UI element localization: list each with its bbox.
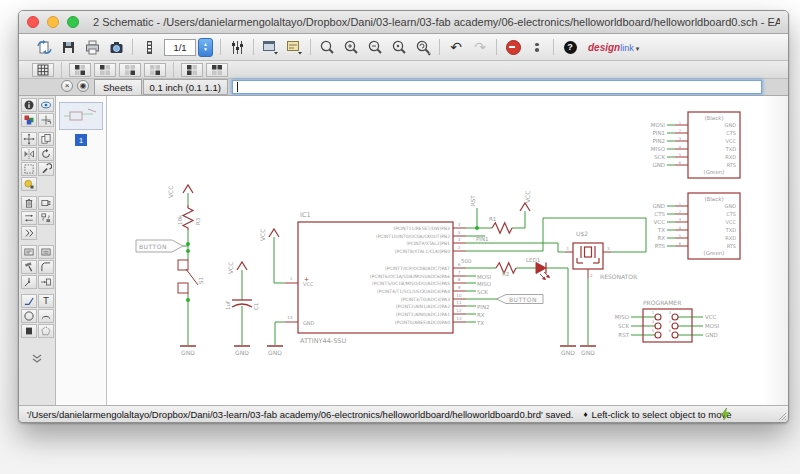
tool-wire-button[interactable] (21, 294, 37, 308)
print-button[interactable] (80, 36, 104, 58)
tool-pinswap-button[interactable] (21, 211, 37, 225)
undo-button[interactable]: ↶ (444, 36, 468, 58)
layer-settings-button[interactable] (225, 36, 249, 58)
net-label-sck[interactable]: SCK (477, 289, 488, 295)
tool-delete-button[interactable] (21, 196, 37, 210)
ftdi-net-label[interactable]: PIN1 (652, 130, 665, 136)
tool-copy-button[interactable] (38, 132, 54, 146)
ic1-value[interactable]: ATTINY44-SSU (300, 337, 346, 345)
net-label-rx[interactable]: RX (477, 312, 485, 318)
net-label-rst[interactable]: RST (470, 195, 476, 206)
net-label-pin2[interactable]: PIN2 (477, 304, 490, 310)
ftdi-net-label[interactable]: RTS (655, 243, 666, 249)
tool-text-button[interactable]: T (38, 294, 54, 308)
programmer-net-label[interactable]: VCC (705, 314, 717, 320)
stop-command-button[interactable] (501, 36, 525, 58)
programmer-pins[interactable] (655, 314, 678, 338)
ftdi-net-label[interactable]: TX (657, 227, 665, 233)
tool-arc-button[interactable] (38, 309, 54, 323)
ftdi-net-label[interactable]: PIN2 (652, 138, 665, 144)
layer-preset-4-button[interactable] (144, 63, 166, 77)
export-image-button[interactable] (104, 36, 128, 58)
panel-detach-button[interactable]: ◉ (77, 80, 89, 92)
ftdi-net-label[interactable]: GND (652, 162, 665, 168)
tool-mark-button[interactable] (38, 113, 54, 127)
panel-close-button[interactable]: × (61, 80, 73, 92)
tool-gateswap-button[interactable] (21, 226, 37, 240)
redo-button[interactable]: ↷ (468, 36, 492, 58)
open-file-button[interactable] (32, 36, 56, 58)
tool-move-button[interactable] (21, 132, 37, 146)
programmer-net-label[interactable]: MOSI (705, 323, 720, 329)
resonator-value[interactable]: RESONATOR (600, 273, 637, 280)
canvas-scroll-area[interactable] (762, 96, 788, 405)
sheet-selector[interactable]: 1/1 ▲▼ (164, 39, 213, 56)
tool-change-button[interactable] (38, 162, 54, 176)
sheet-number-badge[interactable]: 1 (75, 134, 87, 146)
save-button[interactable] (56, 36, 80, 58)
ftdi-net-label[interactable]: VCC (654, 219, 666, 225)
schematic-drawing[interactable]: VCC VCC VCC VCC GND GND GND GND GND 10k (107, 96, 788, 405)
go-button[interactable] (525, 36, 549, 58)
resistor-r1-symbol[interactable] (492, 223, 512, 233)
resize-grip[interactable] (775, 409, 787, 421)
titlebar[interactable]: 2 Schematic - /Users/danielarmengolaltay… (19, 11, 788, 34)
more-tools-button[interactable] (25, 347, 49, 369)
zoom-window-button[interactable] (67, 16, 79, 28)
tool-polygon-button[interactable] (38, 324, 54, 338)
command-input[interactable] (232, 80, 762, 94)
ftdi-net-label[interactable]: CTS (654, 211, 665, 217)
programmer-net-label[interactable]: RST (618, 332, 629, 338)
tool-paste-button[interactable] (21, 177, 37, 191)
ftdi-net-label[interactable]: MISO (651, 146, 666, 152)
programmer-net-label[interactable]: GND (705, 332, 718, 338)
ftdi-net-label[interactable]: MOSI (651, 122, 666, 128)
stepper-down-icon[interactable]: ▼ (203, 47, 208, 52)
close-window-button[interactable] (27, 16, 39, 28)
tool-smash-button[interactable] (21, 260, 37, 274)
resonator-symbol[interactable] (573, 243, 603, 269)
switch-to-schematic-button[interactable] (282, 36, 306, 58)
tool-display-layers-button[interactable] (21, 113, 37, 127)
help-button[interactable]: ? (558, 36, 582, 58)
programmer-net-label[interactable]: MISO (615, 314, 630, 320)
tool-rect-button[interactable] (21, 324, 37, 338)
sheet-stepper[interactable]: ▲▼ (198, 38, 213, 57)
net-label-pin1[interactable]: PIN1 (476, 236, 489, 242)
zoom-redraw-button[interactable] (411, 36, 435, 58)
led1-symbol[interactable] (536, 263, 550, 280)
sheet-thumbnail[interactable] (59, 102, 103, 130)
layer-preset-6-button[interactable] (206, 63, 228, 77)
tool-split-button[interactable] (21, 275, 37, 289)
zoom-in-button[interactable] (339, 36, 363, 58)
tool-value-button[interactable] (38, 245, 54, 259)
tab-sheets[interactable]: Sheets (94, 79, 142, 95)
grid-button[interactable] (32, 63, 54, 77)
zoom-select-button[interactable] (387, 36, 411, 58)
designlink-button[interactable]: design link ▾ (588, 42, 639, 53)
minimize-window-button[interactable] (47, 16, 59, 28)
zoom-out-button[interactable] (363, 36, 387, 58)
resistor-r3-symbol[interactable] (183, 205, 193, 230)
cam-processor-button[interactable] (137, 36, 161, 58)
tool-rotate-button[interactable] (38, 147, 54, 161)
layer-preset-1-button[interactable] (69, 63, 91, 77)
ic1-name[interactable]: IC1 (300, 211, 311, 219)
switch-s1-symbol[interactable] (178, 260, 198, 293)
capacitor-c1-symbol[interactable] (232, 300, 252, 307)
tool-name-button[interactable] (21, 245, 37, 259)
net-label-tx[interactable]: TX (476, 320, 484, 326)
layer-preset-2-button[interactable] (94, 63, 116, 77)
tool-replace-button[interactable] (38, 211, 54, 225)
resonator-name[interactable]: U$2 (576, 230, 588, 237)
tool-show-button[interactable] (38, 98, 54, 112)
ftdi-net-label[interactable]: RX (657, 235, 665, 241)
tool-add-part-button[interactable] (38, 196, 54, 210)
tool-group-button[interactable] (21, 162, 37, 176)
ftdi-net-label[interactable]: GND (652, 203, 665, 209)
tool-miter-button[interactable] (38, 260, 54, 274)
schematic-canvas[interactable]: VCC VCC VCC VCC GND GND GND GND GND 10k (107, 96, 788, 405)
schematic-content[interactable]: VCC VCC VCC VCC GND GND GND GND GND 10k (136, 112, 740, 356)
tool-circle-button[interactable] (21, 309, 37, 323)
switch-to-board-button[interactable] (258, 36, 282, 58)
